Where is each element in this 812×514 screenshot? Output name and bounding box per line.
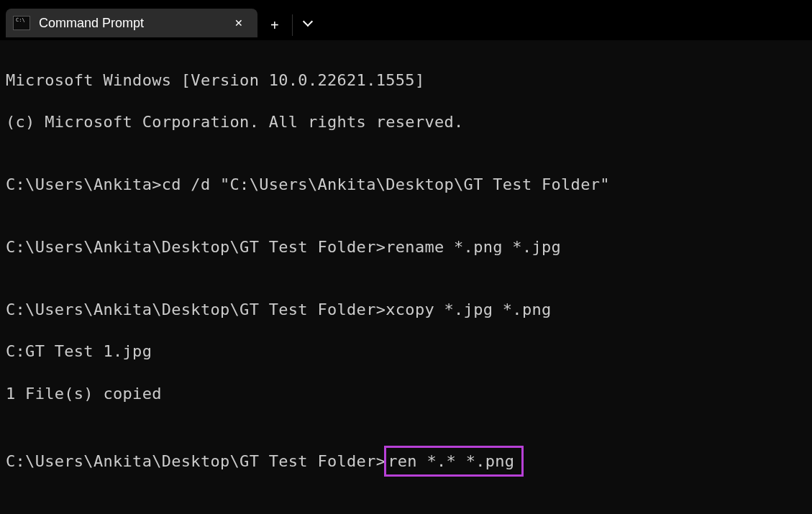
output-line: C:GT Test 1.jpg: [6, 341, 806, 362]
prompt-prefix: C:\Users\Ankita\Desktop\GT Test Folder>: [6, 451, 386, 472]
output-line: C:\Users\Ankita>cd /d "C:\Users\Ankita\D…: [6, 174, 806, 195]
tab-title: Command Prompt: [39, 16, 229, 31]
output-line: C:\Users\Ankita\Desktop\GT Test Folder>r…: [6, 237, 806, 257]
tab-dropdown-button[interactable]: [293, 10, 323, 37]
title-bar: C:\ Command Prompt ✕ +: [0, 0, 812, 40]
current-prompt-line: C:\Users\Ankita\Desktop\GT Test Folder>r…: [6, 446, 806, 477]
output-line: 1 File(s) copied: [6, 383, 806, 404]
close-icon[interactable]: ✕: [229, 14, 249, 32]
output-line: (c) Microsoft Corporation. All rights re…: [6, 111, 806, 132]
terminal-output[interactable]: Microsoft Windows [Version 10.0.22621.15…: [0, 40, 812, 506]
tab-command-prompt[interactable]: C:\ Command Prompt ✕: [6, 9, 257, 37]
chevron-down-icon: [303, 17, 313, 27]
new-tab-button[interactable]: +: [257, 10, 292, 41]
highlighted-command: ren *.* *.png: [384, 446, 524, 477]
output-line: Microsoft Windows [Version 10.0.22621.15…: [6, 70, 806, 91]
output-line: C:\Users\Ankita\Desktop\GT Test Folder>x…: [6, 299, 806, 320]
terminal-icon: C:\: [13, 16, 30, 30]
terminal-icon-glyph: C:\: [16, 18, 25, 23]
